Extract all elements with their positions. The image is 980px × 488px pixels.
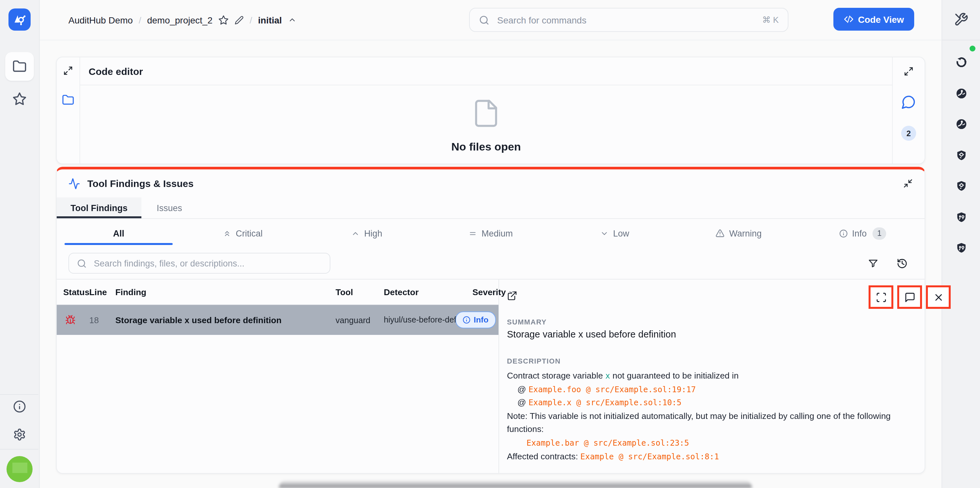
column-status[interactable]: Status bbox=[63, 280, 90, 305]
comment-icon bbox=[904, 292, 915, 303]
filter-button[interactable] bbox=[868, 258, 878, 269]
filter-label: Info bbox=[852, 228, 867, 238]
tool-logo-shield-diamond-icon[interactable] bbox=[955, 149, 967, 161]
comments-button[interactable] bbox=[901, 94, 916, 110]
star-icon bbox=[13, 92, 27, 106]
filter-medium[interactable]: Medium bbox=[429, 219, 553, 248]
findings-header: Tool Findings & Issues bbox=[57, 169, 924, 197]
table-header: Status Line Finding Tool Detector Severi… bbox=[57, 280, 498, 305]
tool-findings-panel: Tool Findings & Issues Tool Findings Iss… bbox=[56, 167, 925, 474]
findings-search-input[interactable] bbox=[92, 258, 322, 269]
app-logo[interactable] bbox=[8, 8, 30, 31]
filter-high[interactable]: High bbox=[305, 219, 429, 248]
expand-chat-button[interactable] bbox=[904, 67, 913, 76]
description-text: Contract storage variable x not guarante… bbox=[507, 369, 918, 463]
chat-bubble-icon bbox=[901, 94, 916, 110]
comments-count-badge: 2 bbox=[901, 126, 916, 141]
editor-empty-state: No files open bbox=[80, 85, 892, 164]
code-icon bbox=[843, 14, 853, 24]
close-icon bbox=[933, 292, 944, 303]
row-severity: Info bbox=[455, 305, 496, 335]
chevron-up-icon bbox=[288, 16, 296, 24]
row-finding: Storage variable x used before definitio… bbox=[115, 305, 282, 335]
history-button[interactable] bbox=[897, 258, 908, 269]
tool-logo-shield-diamond-icon[interactable] bbox=[955, 180, 967, 192]
filter-low[interactable]: Low bbox=[552, 219, 677, 248]
editor-header: Code editor bbox=[80, 57, 892, 85]
filter-critical[interactable]: Critical bbox=[181, 219, 305, 248]
sidebar-item-files[interactable] bbox=[5, 52, 34, 81]
tab-issues[interactable]: Issues bbox=[142, 197, 197, 218]
folder-icon bbox=[62, 94, 74, 106]
filter-label: Warning bbox=[729, 228, 762, 238]
filter-info[interactable]: Info 1 bbox=[800, 219, 924, 248]
info-icon bbox=[839, 229, 847, 237]
column-line[interactable]: Line bbox=[89, 280, 107, 305]
app-root: AuditHub Demo / demo_project_2 / initial bbox=[0, 0, 980, 488]
findings-panel-title: Tool Findings & Issues bbox=[88, 178, 194, 189]
filter-label: All bbox=[113, 228, 124, 238]
funnel-icon bbox=[868, 258, 878, 269]
code-reference[interactable]: @ Example.foo @ src/Example.sol:19:17 bbox=[507, 383, 918, 396]
folder-icon bbox=[13, 59, 27, 74]
expand-editor-button[interactable] bbox=[63, 66, 73, 76]
close-detail-button[interactable] bbox=[926, 285, 951, 309]
sidebar-item-settings[interactable] bbox=[5, 420, 34, 449]
command-palette[interactable]: ⌘ K bbox=[469, 8, 788, 32]
filter-label: High bbox=[364, 228, 382, 238]
tool-logo-orbit-icon[interactable] bbox=[955, 118, 967, 130]
sidebar-item-info[interactable] bbox=[5, 392, 34, 421]
history-icon bbox=[897, 258, 908, 269]
tools-wrench-icon[interactable] bbox=[954, 13, 968, 27]
row-detector: hiyul/use-before-def bbox=[384, 305, 457, 335]
command-search-input[interactable] bbox=[496, 14, 756, 26]
breadcrumb-app[interactable]: AuditHub Demo bbox=[68, 15, 133, 25]
sidebar-item-favorites[interactable] bbox=[5, 85, 34, 113]
filter-all[interactable]: All bbox=[57, 219, 181, 248]
breadcrumb-version[interactable]: initial bbox=[258, 15, 282, 25]
tab-label: Tool Findings bbox=[71, 203, 128, 213]
star-icon bbox=[218, 15, 229, 25]
breadcrumb-project[interactable]: demo_project_2 bbox=[147, 15, 212, 25]
filter-warning[interactable]: Warning bbox=[677, 219, 801, 248]
left-sidebar bbox=[0, 0, 40, 488]
tab-tool-findings[interactable]: Tool Findings bbox=[57, 197, 142, 218]
code-view-button[interactable]: Code View bbox=[834, 8, 914, 31]
favorite-project-button[interactable] bbox=[218, 15, 229, 25]
comment-detail-button[interactable] bbox=[897, 285, 922, 309]
gear-icon bbox=[13, 428, 26, 441]
breadcrumb-separator: / bbox=[250, 15, 252, 25]
editor-chat-strip: 2 bbox=[892, 57, 924, 164]
code-reference[interactable]: Example.bar @ src/Example.sol:23:5 bbox=[507, 437, 918, 450]
tool-logo-shield-mask-icon[interactable] bbox=[955, 211, 967, 223]
findings-search-box[interactable] bbox=[68, 253, 330, 273]
search-icon bbox=[77, 258, 87, 268]
findings-actions bbox=[868, 248, 908, 279]
breadcrumb-separator: / bbox=[139, 15, 142, 25]
affected-contracts-line: Affected contracts: Example @ src/Exampl… bbox=[507, 450, 918, 463]
tool-logo-shield-mask-icon[interactable] bbox=[955, 242, 967, 254]
open-in-new-button[interactable] bbox=[507, 291, 517, 301]
rename-project-button[interactable] bbox=[235, 15, 244, 24]
tool-logo-cyclone-icon[interactable] bbox=[955, 56, 967, 68]
search-icon bbox=[479, 15, 489, 25]
finding-row[interactable]: 18 Storage variable x used before defini… bbox=[57, 305, 498, 335]
sidebar-divider bbox=[0, 449, 38, 450]
collapse-panel-button[interactable] bbox=[903, 178, 913, 188]
editor-title: Code editor bbox=[89, 65, 143, 76]
column-tool[interactable]: Tool bbox=[336, 280, 353, 305]
code-reference[interactable]: @ Example.x @ src/Example.sol:10:5 bbox=[507, 396, 918, 410]
column-detector[interactable]: Detector bbox=[384, 280, 418, 305]
file-explorer-button[interactable] bbox=[62, 94, 74, 106]
variable-token: x bbox=[605, 371, 610, 380]
pencil-icon bbox=[235, 15, 244, 24]
user-avatar[interactable] bbox=[6, 456, 33, 482]
tab-label: Issues bbox=[157, 203, 182, 213]
tool-logo-orbit-icon[interactable] bbox=[955, 87, 967, 99]
info-icon bbox=[463, 316, 471, 324]
severity-badge[interactable]: Info bbox=[455, 312, 496, 328]
fullscreen-detail-button[interactable] bbox=[869, 285, 893, 309]
column-finding[interactable]: Finding bbox=[115, 280, 146, 305]
version-dropdown-button[interactable] bbox=[288, 16, 296, 24]
code-reference[interactable]: Example @ src/Example.sol:8:1 bbox=[580, 452, 719, 461]
